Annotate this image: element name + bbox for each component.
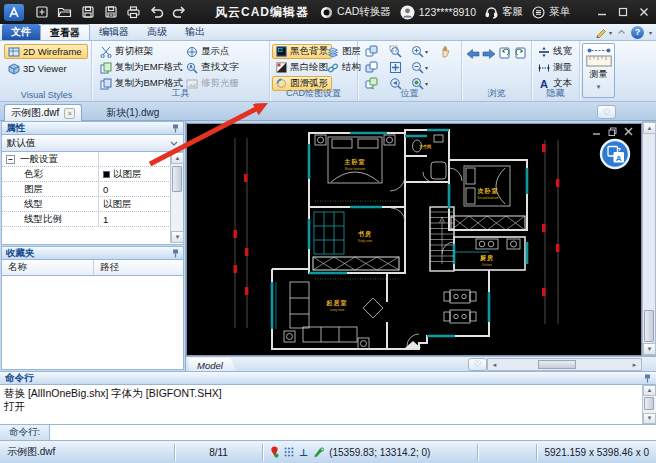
view-forward-page-icon[interactable] (513, 45, 528, 60)
grid-icon[interactable] (284, 447, 294, 457)
tab-advanced[interactable]: 高级 (138, 24, 176, 40)
scrollbar-thumb[interactable] (644, 397, 654, 410)
doc-tab-active[interactable]: 示例图.dwf × (4, 104, 82, 121)
translate-button[interactable]: A (599, 138, 631, 170)
measure-tool-button[interactable]: 测量 ▾ (582, 43, 615, 98)
open-file-icon[interactable] (53, 2, 76, 22)
scrollbar-thumb[interactable] (538, 360, 576, 369)
draw-order-icon[interactable] (313, 447, 324, 458)
help-dropdown-icon[interactable]: ▾ (649, 29, 652, 36)
group-tools: 剪切框架 复制为EMF格式 复制为BMP格式 显示点 查找文字 修剪光栅 (92, 41, 270, 101)
property-row-linetype[interactable]: 线型 以图层 (2, 197, 183, 212)
zoom-all-dropdown[interactable]: ▾ (425, 80, 428, 87)
scroll-down-icon[interactable]: ▼ (643, 413, 656, 424)
favorite-view-button[interactable]: ♡ (468, 358, 487, 371)
hide-measure-button[interactable]: 测量 (534, 60, 576, 75)
customer-service-button[interactable]: 客服 (485, 5, 523, 19)
close-button[interactable] (635, 4, 652, 21)
zoom-extents-icon[interactable] (388, 60, 403, 75)
print-icon[interactable] (122, 2, 145, 22)
scroll-up-icon[interactable]: ▲ (643, 385, 656, 396)
command-input[interactable] (50, 425, 656, 440)
tab-editor[interactable]: 编辑器 (90, 24, 138, 40)
doc-tab-inactive[interactable]: 新块(1).dwg (106, 104, 159, 121)
column-name[interactable]: 名称 (2, 260, 94, 275)
column-path[interactable]: 路径 (94, 260, 183, 275)
canvas-vertical-scrollbar[interactable]: ▲ ▼ (642, 121, 656, 356)
cut-frame-button[interactable]: 剪切框架 (96, 44, 157, 59)
paste-view-icon[interactable] (364, 60, 379, 75)
property-row-layer[interactable]: 图层 0 (2, 182, 183, 197)
close-doc-icon[interactable]: × (64, 108, 75, 119)
child-close-icon[interactable] (624, 127, 633, 136)
cad-converter-button[interactable]: CAD转换器 (320, 5, 391, 19)
scrollbar-thumb[interactable] (172, 166, 182, 192)
save-as-icon[interactable] (99, 2, 122, 22)
zoom-in-dropdown[interactable]: ▾ (425, 48, 428, 55)
pin-icon[interactable] (172, 124, 179, 133)
tab-file[interactable]: 文件 (2, 24, 40, 40)
hide-linewidth-button[interactable]: 线宽 (534, 44, 576, 59)
pan-hand-icon[interactable] (438, 44, 453, 59)
property-grid-scrollbar[interactable]: ▲ ▼ (170, 152, 183, 243)
model-tab[interactable]: Model (189, 358, 237, 372)
scroll-up-icon[interactable]: ▲ (643, 122, 656, 134)
3d-viewer-button[interactable]: 3D Viewer (4, 61, 88, 76)
properties-header[interactable]: 属性 (1, 121, 184, 135)
zoom-window-icon[interactable] (388, 44, 403, 59)
window-title: 风云CAD编辑器 (215, 4, 309, 21)
preset-dropdown[interactable]: 默认值 (1, 135, 184, 152)
undo-icon[interactable] (145, 2, 168, 22)
scroll-right-icon[interactable]: ► (628, 359, 641, 370)
canvas-horizontal-scrollbar[interactable]: ◄ ► (487, 358, 642, 371)
back-arrow-icon[interactable] (465, 46, 480, 61)
scroll-left-icon[interactable]: ◄ (488, 359, 501, 370)
redo-icon[interactable] (168, 2, 191, 22)
child-restore-icon[interactable] (608, 127, 617, 136)
zoom-out-dropdown[interactable]: ▾ (425, 64, 428, 71)
account-button[interactable]: 123****8910 (400, 5, 476, 20)
command-history[interactable]: 替换 [AllInOneBig.shx] 字体为 [BIGFONT.SHX] 打… (0, 385, 656, 424)
save-icon[interactable] (76, 2, 99, 22)
menu-button[interactable]: 菜单 (532, 5, 570, 19)
maximize-button[interactable] (614, 4, 631, 21)
status-tools: ⊥ (15359.83; 13314.2; 0) (263, 444, 478, 461)
scrollbar-thumb[interactable] (644, 310, 654, 342)
copy-view-icon[interactable] (364, 44, 379, 59)
property-row-ltscale[interactable]: 线型比例 1 (2, 212, 183, 227)
forward-arrow-icon[interactable] (481, 46, 496, 61)
command-panel-header[interactable]: 命令行 (0, 371, 656, 385)
snap-marker-icon[interactable] (270, 446, 279, 458)
favorite-view-button[interactable]: ♡ (597, 105, 616, 119)
collapse-ribbon-icon[interactable] (617, 28, 626, 36)
find-text-button[interactable]: 查找文字 (182, 60, 243, 75)
tab-viewer[interactable]: 查看器 (40, 24, 90, 40)
floorplan-drawing[interactable]: 主卧室 Master bedroom 卫生间 次卧室 Second bedroo… (187, 124, 641, 355)
view-back-page-icon[interactable] (497, 45, 512, 60)
scroll-up-icon[interactable]: ▲ (171, 152, 184, 164)
minimize-button[interactable] (593, 4, 610, 21)
pen-style-dropdown[interactable]: ▾ (595, 26, 612, 38)
scroll-down-icon[interactable]: ▼ (643, 343, 656, 355)
pin-icon[interactable] (644, 374, 651, 383)
2d-wireframe-button[interactable]: 2D Wireframe (4, 44, 88, 59)
collapse-box-icon[interactable] (6, 155, 15, 164)
help-button[interactable]: ? (631, 26, 644, 39)
child-minimize-icon[interactable] (592, 127, 601, 136)
command-scrollbar[interactable]: ▲ ▼ (642, 385, 656, 424)
measure-dropdown-icon[interactable]: ▾ (597, 83, 601, 91)
favorites-header[interactable]: 收藏夹 (1, 246, 184, 260)
property-row-color[interactable]: 色彩 以图层 (2, 167, 183, 182)
zoom-out-icon[interactable] (410, 60, 425, 75)
copy-emf-button[interactable]: 复制为EMF格式 (96, 60, 187, 75)
pin-icon[interactable] (172, 249, 179, 258)
tab-output[interactable]: 输出 (176, 24, 214, 40)
drawing-viewport[interactable]: 主卧室 Master bedroom 卫生间 次卧室 Second bedroo… (186, 123, 642, 356)
new-file-icon[interactable] (30, 2, 53, 22)
zoom-in-icon[interactable] (410, 44, 425, 59)
scroll-down-icon[interactable]: ▼ (171, 231, 184, 243)
favorites-list[interactable] (1, 276, 184, 370)
show-points-button[interactable]: 显示点 (182, 44, 234, 59)
ortho-icon[interactable]: ⊥ (299, 447, 308, 458)
property-group-row[interactable]: 一般设置 (2, 152, 183, 167)
